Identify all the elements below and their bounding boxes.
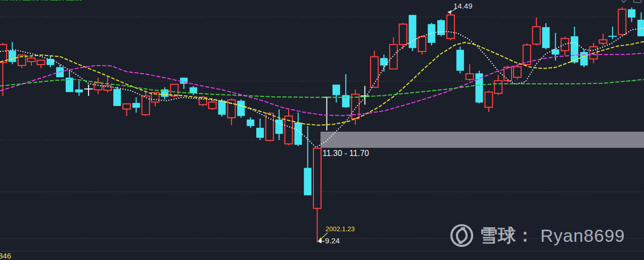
crash-date-annotation: 2002.1.23 — [326, 225, 355, 233]
candle-up — [485, 92, 492, 107]
xueqiu-logo-icon — [450, 224, 474, 247]
stock-chart-page: MA60: 12.06 MA120: 12.58 14.49 11.30 - 1… — [0, 0, 644, 260]
candlestick-chart[interactable] — [0, 0, 644, 260]
watermark-username: Ryan8699 — [540, 226, 625, 246]
low-price-annotation: 9.24 — [325, 236, 340, 245]
chevron-down-icon[interactable] — [620, 0, 628, 4]
high-arrowhead — [447, 10, 451, 14]
clipped-indicator-text: MA60: 12.06 MA120: 12.58 — [1, 0, 82, 2]
candle-down — [9, 50, 16, 62]
candle-down — [542, 27, 549, 48]
watermark: 雪球： Ryan8699 — [450, 224, 625, 247]
candle-down — [132, 103, 140, 108]
candle-up — [418, 37, 426, 51]
candle-up — [533, 27, 540, 44]
candle-down — [190, 87, 197, 93]
candle-down — [275, 120, 283, 134]
candle-up — [390, 44, 397, 69]
candle-down — [628, 9, 635, 17]
candle-down — [571, 36, 578, 63]
candle-up — [313, 148, 321, 209]
candle-up — [123, 104, 130, 109]
candle-down — [113, 89, 121, 106]
candle-down — [580, 52, 588, 66]
chart-toolbar — [620, 0, 642, 4]
candle-down — [551, 49, 559, 55]
candle-up — [28, 58, 35, 62]
fullscreen-panel-icon[interactable] — [633, 0, 642, 4]
candle-up — [399, 24, 407, 45]
candle-down — [409, 15, 417, 48]
candle-up — [561, 38, 569, 50]
watermark-brand: 雪球： — [480, 224, 534, 247]
candle-down — [333, 85, 340, 95]
candle-up — [0, 44, 7, 62]
bottom-divider — [0, 251, 644, 251]
candle-up — [37, 60, 44, 65]
candle-up — [514, 67, 521, 77]
candle-up — [600, 40, 607, 43]
resistance-zone-box — [320, 132, 644, 148]
candle-up — [466, 74, 474, 79]
resistance-range-annotation: 11.30 - 11.70 — [323, 149, 369, 158]
candle-down — [304, 168, 311, 195]
axis-partial-value: 346 — [0, 251, 11, 260]
candle-up — [266, 114, 273, 141]
candle-up — [170, 84, 178, 96]
candle-up — [504, 67, 512, 81]
candle-up — [371, 57, 378, 87]
candle-up — [494, 81, 502, 93]
candle-down — [47, 59, 54, 65]
candle-down — [294, 123, 302, 145]
candle-down — [456, 50, 464, 71]
candle-down — [237, 101, 245, 116]
candle-up — [447, 15, 454, 39]
candle-up — [618, 9, 626, 34]
high-price-annotation: 14.49 — [453, 2, 473, 10]
candle-down — [75, 89, 83, 92]
candle-down — [218, 101, 226, 115]
candle-down — [256, 128, 264, 138]
candle-up — [209, 102, 216, 109]
candle-down — [247, 120, 254, 126]
candle-down — [437, 20, 445, 35]
